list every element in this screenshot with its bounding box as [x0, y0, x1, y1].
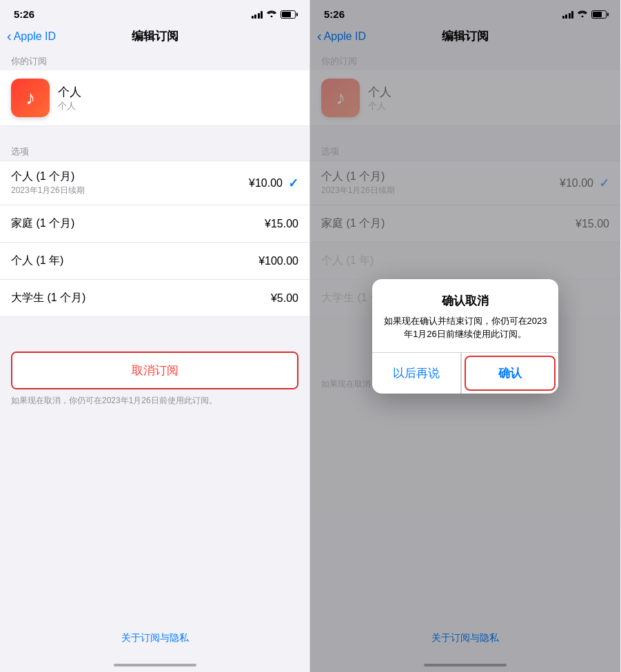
chevron-left-icon-left: ‹ [7, 29, 12, 43]
battery-icon-left [281, 10, 296, 19]
option-left-2-left: 家庭 (1 个月) [11, 216, 74, 231]
option-subtitle-1-left: 2023年1月26日续期 [11, 185, 85, 196]
option-title-3-left: 个人 (1 年) [11, 254, 63, 268]
cancel-wrapper-left: 取消订阅 [11, 352, 298, 389]
option-title-2-left: 家庭 (1 个月) [11, 216, 74, 231]
subscriptions-header-left: 你的订阅 [0, 50, 309, 70]
option-price-4-left: ¥5.00 [271, 292, 298, 305]
checkmark-icon-left: ✓ [288, 176, 298, 191]
options-list-left: 个人 (1 个月) 2023年1月26日续期 ¥10.00 ✓ 家庭 (1 个月… [0, 161, 309, 317]
option-right-1-left: ¥10.00 ✓ [249, 176, 298, 191]
dialog-separator [461, 353, 462, 394]
option-title-4-left: 大学生 (1 个月) [11, 291, 85, 305]
cancel-section-left: 取消订阅 如果现在取消，你仍可在2023年1月26日前使用此订阅。 [0, 338, 309, 418]
page-title-left: 编辑订阅 [132, 28, 179, 44]
dialog-cancel-button[interactable]: 以后再说 [372, 353, 461, 394]
nav-bar-left: ‹ Apple ID 编辑订阅 [0, 24, 309, 50]
dialog-body: 确认取消 如果现在确认并结束订阅，你仍可在2023年1月26日前继续使用此订阅。 [372, 279, 558, 352]
subscription-item-left: ♪ 个人 个人 [0, 70, 309, 126]
option-row-1-left[interactable]: 个人 (1 个月) 2023年1月26日续期 ¥10.00 ✓ [0, 161, 309, 205]
dialog-confirm-button[interactable]: 确认 [465, 356, 556, 391]
right-panel: 5:26 ‹ Apple ID [310, 0, 620, 672]
option-right-4-left: ¥5.00 [271, 292, 298, 305]
option-price-3-left: ¥100.00 [258, 255, 298, 267]
option-price-1-left: ¥10.00 [249, 177, 283, 190]
status-icons-left [252, 9, 296, 19]
cancel-subscription-button-left[interactable]: 取消订阅 [12, 353, 297, 388]
wifi-icon-left [266, 9, 277, 19]
left-panel: 5:26 ‹ Apple ID [0, 0, 310, 672]
status-bar-left: 5:26 [0, 0, 309, 24]
app-info-left: 个人 个人 [58, 84, 81, 112]
option-left-3-left: 个人 (1 年) [11, 254, 63, 268]
home-indicator-left [114, 664, 196, 666]
dialog-actions: 以后再说 确认 [372, 352, 558, 394]
dialog-overlay-right: 确认取消 如果现在确认并结束订阅，你仍可在2023年1月26日前继续使用此订阅。… [310, 0, 620, 672]
back-label-left: Apple ID [14, 30, 56, 43]
app-icon-left: ♪ [11, 79, 50, 117]
confirm-dialog: 确认取消 如果现在确认并结束订阅，你仍可在2023年1月26日前继续使用此订阅。… [372, 279, 558, 394]
music-note-icon-left: ♪ [26, 88, 35, 108]
dialog-title: 确认取消 [383, 293, 547, 309]
option-right-2-left: ¥15.00 [265, 218, 298, 230]
privacy-link-left[interactable]: 关于订阅与隐私 [121, 632, 189, 643]
status-time-left: 5:26 [14, 8, 34, 20]
option-row-4-left[interactable]: 大学生 (1 个月) ¥5.00 [0, 280, 309, 317]
option-left-1-left: 个人 (1 个月) 2023年1月26日续期 [11, 170, 85, 196]
options-section-left: 选项 个人 (1 个月) 2023年1月26日续期 ¥10.00 ✓ 家庭 (1… [0, 140, 309, 317]
option-row-3-left[interactable]: 个人 (1 年) ¥100.00 [0, 243, 309, 280]
signal-icon-left [252, 10, 263, 19]
footer-left: 关于订阅与隐私 [0, 631, 309, 644]
back-button-left[interactable]: ‹ Apple ID [7, 30, 56, 43]
app-sub-left: 个人 [58, 100, 81, 112]
app-name-left: 个人 [58, 84, 81, 100]
option-row-2-left[interactable]: 家庭 (1 个月) ¥15.00 [0, 205, 309, 243]
option-title-1-left: 个人 (1 个月) [11, 170, 85, 184]
options-header-left: 选项 [0, 140, 309, 161]
cancel-note-left: 如果现在取消，你仍可在2023年1月26日前使用此订阅。 [0, 389, 309, 418]
dialog-message: 如果现在确认并结束订阅，你仍可在2023年1月26日前继续使用此订阅。 [383, 314, 547, 341]
option-price-2-left: ¥15.00 [265, 218, 298, 230]
option-right-3-left: ¥100.00 [258, 255, 298, 267]
option-left-4-left: 大学生 (1 个月) [11, 291, 85, 305]
